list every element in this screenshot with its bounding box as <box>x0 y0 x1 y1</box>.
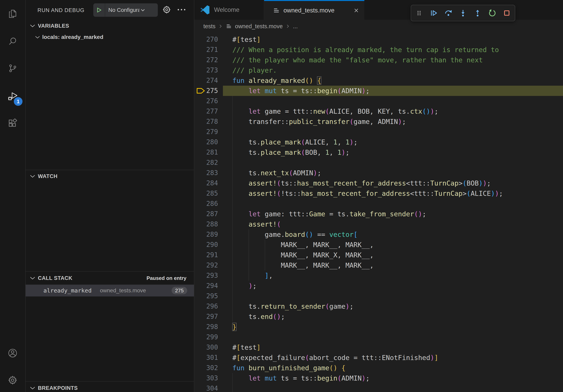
code-line[interactable]: 304 <box>194 383 563 392</box>
line-number[interactable]: 286 <box>194 198 218 209</box>
line-number[interactable]: 277 <box>194 106 218 117</box>
line-number[interactable]: 304 <box>194 383 218 392</box>
code-line[interactable]: 281 ts.place_mark(BOB, 1, 1); <box>194 147 563 157</box>
line-number[interactable]: 288 <box>194 219 218 229</box>
code-line[interactable]: 300#[test] <box>194 342 563 353</box>
line-number[interactable]: 287 <box>194 209 218 219</box>
section-watch[interactable]: WATCH <box>26 171 194 181</box>
code-line[interactable]: 294 ); <box>194 281 563 291</box>
code-editor[interactable]: 270#[test]271/// When a position is alre… <box>194 33 563 392</box>
step-into-icon[interactable] <box>459 9 467 17</box>
variables-scope-row[interactable]: locals: already_marked <box>26 32 194 42</box>
debug-settings-gear-icon[interactable] <box>162 5 171 14</box>
stop-icon[interactable] <box>503 9 511 17</box>
activity-run-and-debug[interactable]: 1 <box>0 87 25 106</box>
line-number[interactable]: 280 <box>194 137 218 147</box>
line-number[interactable]: 292 <box>194 260 218 270</box>
code-line[interactable]: 287 let game: ttt::Game = ts.take_from_s… <box>194 209 563 219</box>
tab-welcome[interactable]: Welcome <box>194 0 264 20</box>
code-line[interactable]: 285 assert!(!ts::has_most_recent_for_add… <box>194 188 563 198</box>
activity-search[interactable] <box>0 32 25 51</box>
line-number[interactable]: 299 <box>194 332 218 342</box>
line-number[interactable]: 271 <box>194 45 218 55</box>
line-number[interactable]: 279 <box>194 127 218 137</box>
line-number[interactable]: 289 <box>194 229 218 240</box>
code-line[interactable]: 299 <box>194 332 563 342</box>
activity-explorer[interactable] <box>0 4 25 23</box>
line-number[interactable]: 284 <box>194 178 218 188</box>
code-line[interactable]: 293 ], <box>194 270 563 281</box>
code-line[interactable]: 297 ts.end(); <box>194 312 563 322</box>
tab-owned-tests[interactable]: owned_tests.move <box>264 0 364 20</box>
breadcrumb-folder[interactable]: tests <box>203 23 215 30</box>
code-line[interactable]: 278 transfer::public_transfer(game, ADMI… <box>194 117 563 127</box>
line-number[interactable]: 278 <box>194 117 218 127</box>
line-number[interactable]: 283 <box>194 168 218 178</box>
line-number[interactable]: 293 <box>194 270 218 281</box>
code-line[interactable]: 279 <box>194 127 563 137</box>
code-line[interactable]: 274fun already_marked() { <box>194 75 563 86</box>
code-line[interactable]: 275 let mut ts = ts::begin(ADMIN); <box>194 86 563 96</box>
code-line[interactable]: 283 ts.next_tx(ADMIN); <box>194 168 563 178</box>
config-dropdown-label[interactable]: No Configura <box>108 7 140 13</box>
call-stack-frame[interactable]: already_marked owned_tests.move 275 <box>26 285 194 297</box>
restart-icon[interactable] <box>488 9 496 17</box>
activity-source-control[interactable] <box>0 59 25 78</box>
line-number[interactable]: 296 <box>194 301 218 312</box>
code-line[interactable]: 302fun burn_unfinished_game() { <box>194 363 563 373</box>
line-number[interactable]: 301 <box>194 353 218 363</box>
activity-extensions[interactable] <box>0 114 25 133</box>
line-number[interactable]: 285 <box>194 188 218 198</box>
line-number[interactable]: 281 <box>194 147 218 157</box>
line-number[interactable]: 275 <box>194 86 218 96</box>
line-number[interactable]: 303 <box>194 373 218 383</box>
line-number[interactable]: 297 <box>194 312 218 322</box>
code-line[interactable]: 282 <box>194 157 563 168</box>
breadcrumb-symbol[interactable]: ... <box>293 23 298 30</box>
start-debug-button[interactable] <box>93 3 105 17</box>
activity-accounts[interactable] <box>0 344 25 363</box>
step-over-icon[interactable] <box>444 9 452 17</box>
section-call-stack[interactable]: CALL STACK Paused on entry <box>26 273 194 283</box>
code-line[interactable]: 288 assert!( <box>194 219 563 229</box>
line-number[interactable]: 302 <box>194 363 218 373</box>
line-number[interactable]: 272 <box>194 55 218 65</box>
code-line[interactable]: 303 let mut ts = ts::begin(ADMIN); <box>194 373 563 383</box>
code-line[interactable]: 291 MARK__, MARK_X, MARK__, <box>194 250 563 260</box>
code-line[interactable]: 271/// When a position is already marked… <box>194 45 563 55</box>
line-number[interactable]: 300 <box>194 342 218 353</box>
line-number[interactable]: 273 <box>194 65 218 75</box>
more-actions-icon[interactable] <box>177 7 186 12</box>
code-line[interactable]: 270#[test] <box>194 34 563 45</box>
line-number[interactable]: 270 <box>194 34 218 45</box>
close-icon[interactable] <box>353 8 359 13</box>
line-number[interactable]: 290 <box>194 240 218 250</box>
code-line[interactable]: 295 <box>194 291 563 301</box>
code-line[interactable]: 290 MARK__, MARK__, MARK__, <box>194 240 563 250</box>
gripper-icon[interactable] <box>415 9 423 17</box>
line-number[interactable]: 274 <box>194 75 218 86</box>
code-line[interactable]: 289 game.board() == vector[ <box>194 229 563 240</box>
code-line[interactable]: 284 assert!(ts::has_most_recent_for_addr… <box>194 178 563 188</box>
code-line[interactable]: 272/// the player who made the "false" m… <box>194 55 563 65</box>
line-number[interactable]: 276 <box>194 96 218 106</box>
breadcrumb-file[interactable]: owned_tests.move <box>235 23 283 30</box>
section-variables[interactable]: VARIABLES <box>26 21 194 31</box>
line-number[interactable]: 294 <box>194 281 218 291</box>
code-line[interactable]: 296 ts.return_to_sender(game); <box>194 301 563 312</box>
line-number[interactable]: 298 <box>194 322 218 332</box>
line-number[interactable]: 295 <box>194 291 218 301</box>
activity-settings[interactable] <box>0 371 25 390</box>
code-line[interactable]: 301#[expected_failure(abort_code = ttt::… <box>194 353 563 363</box>
code-line[interactable]: 292 MARK__, MARK__, MARK__, <box>194 260 563 270</box>
continue-icon[interactable] <box>430 9 438 17</box>
line-number[interactable]: 282 <box>194 157 218 168</box>
code-line[interactable]: 277 let game = ttt::new(ALICE, BOB, KEY,… <box>194 106 563 117</box>
code-line[interactable]: 280 ts.place_mark(ALICE, 1, 1); <box>194 137 563 147</box>
code-line[interactable]: 276 <box>194 96 563 106</box>
line-number[interactable]: 291 <box>194 250 218 260</box>
code-line[interactable]: 298} <box>194 322 563 332</box>
section-breakpoints[interactable]: BREAKPOINTS <box>26 383 194 392</box>
launch-config-control[interactable]: No Configura <box>93 3 158 17</box>
code-line[interactable]: 286 <box>194 198 563 209</box>
